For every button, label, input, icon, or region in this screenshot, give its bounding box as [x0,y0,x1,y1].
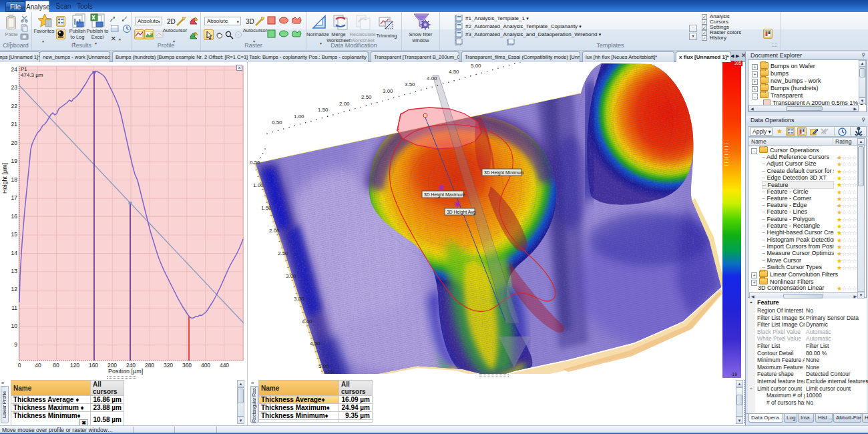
svg-text:4.50: 4.50 [449,69,459,75]
svg-text:5.00: 5.00 [471,63,481,69]
svg-text:3.50: 3.50 [405,81,415,87]
svg-text:··: ·· [110,19,112,23]
svg-text:x10²: x10² [325,369,335,374]
svg-text:4.00: 4.00 [302,318,312,324]
svg-text:1.00: 1.00 [294,114,304,120]
svg-text:4.50: 4.50 [310,341,320,347]
svg-text:5.00: 5.00 [318,363,329,369]
svg-text:4.00: 4.00 [427,75,437,81]
svg-text:1.50: 1.50 [318,107,329,113]
svg-text:2.50: 2.50 [361,94,372,100]
svg-text:2.00: 2.00 [339,101,350,107]
svg-text:0.50: 0.50 [250,160,260,166]
svg-text:2.50: 2.50 [278,250,288,256]
svg-text:3D Height Avg: 3D Height Avg [447,210,476,215]
svg-text:1.50: 1.50 [261,205,272,211]
svg-text:1.00: 1.00 [253,182,264,188]
svg-text:3D Height Maximum: 3D Height Maximum [424,192,465,198]
svg-text:0.50: 0.50 [272,120,282,126]
svg-text:3D Height Minimum: 3D Height Minimum [484,170,524,176]
svg-text:3.00: 3.00 [383,88,393,94]
svg-text:3.00: 3.00 [286,273,296,279]
svg-text:3.50: 3.50 [294,296,304,302]
